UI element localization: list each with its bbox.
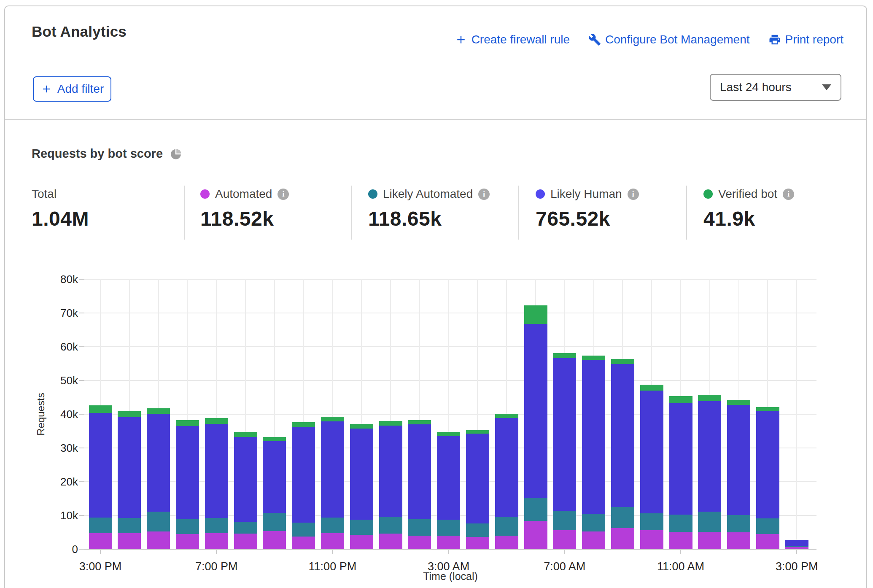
bar-segment-verified-bot[interactable] [118, 411, 141, 417]
bar-segment-verified-bot[interactable] [437, 432, 460, 436]
bar-segment-verified-bot[interactable] [524, 305, 547, 324]
bar-segment-likely-human[interactable] [147, 414, 170, 512]
bar-6-00-am[interactable] [524, 305, 547, 549]
bar-11-00-am[interactable] [669, 396, 692, 549]
bar-7-00-am[interactable] [553, 353, 576, 549]
bar-segment-automated[interactable] [263, 531, 286, 549]
bar-segment-likely-human[interactable] [379, 426, 402, 517]
bar-segment-verified-bot[interactable] [553, 353, 576, 358]
time-range-dropdown[interactable]: Last 24 hours [710, 74, 841, 101]
bar-segment-likely-automated[interactable] [640, 513, 663, 530]
bar-segment-likely-automated[interactable] [379, 517, 402, 534]
bar-segment-likely-human[interactable] [785, 540, 808, 546]
bar-segment-verified-bot[interactable] [292, 422, 315, 427]
info-icon[interactable]: i [478, 189, 490, 200]
bar-segment-likely-automated[interactable] [205, 518, 228, 533]
bar-segment-verified-bot[interactable] [466, 430, 489, 434]
action-link-print-report[interactable]: Print report [768, 33, 844, 46]
bar-segment-likely-human[interactable] [698, 401, 721, 512]
bar-segment-verified-bot[interactable] [698, 395, 721, 401]
bar-segment-automated[interactable] [350, 535, 373, 549]
bar-3-00-am[interactable] [437, 432, 460, 549]
bar-segment-likely-automated[interactable] [727, 515, 750, 532]
bar-segment-verified-bot[interactable] [176, 420, 199, 426]
bar-5-00-am[interactable] [495, 414, 518, 549]
bar-segment-verified-bot[interactable] [263, 437, 286, 441]
bar-segment-likely-automated[interactable] [263, 513, 286, 531]
bar-segment-automated[interactable] [611, 528, 634, 549]
bar-segment-automated[interactable] [234, 534, 257, 549]
bar-segment-likely-automated[interactable] [611, 507, 634, 528]
bar-segment-likely-human[interactable] [118, 417, 141, 518]
info-icon[interactable]: i [783, 189, 794, 200]
bar-segment-verified-bot[interactable] [350, 424, 373, 428]
bar-segment-verified-bot[interactable] [408, 420, 431, 424]
bar-segment-verified-bot[interactable] [756, 407, 779, 411]
bar-10-00-am[interactable] [640, 385, 663, 549]
bar-segment-likely-automated[interactable] [234, 522, 257, 534]
bar-segment-verified-bot[interactable] [89, 405, 112, 413]
bar-segment-likely-automated[interactable] [466, 523, 489, 537]
bar-1-00-pm[interactable] [727, 400, 750, 549]
info-icon[interactable]: i [628, 189, 639, 200]
bar-4-00-pm[interactable] [118, 411, 141, 549]
bar-6-00-pm[interactable] [176, 420, 199, 549]
bar-segment-likely-automated[interactable] [89, 518, 112, 533]
bar-segment-verified-bot[interactable] [640, 385, 663, 391]
bar-segment-likely-human[interactable] [640, 391, 663, 513]
bar-8-00-pm[interactable] [234, 432, 257, 549]
bar-segment-likely-automated[interactable] [118, 518, 141, 533]
bar-12-00-pm[interactable] [698, 395, 721, 549]
bar-segment-likely-human[interactable] [553, 358, 576, 511]
bar-segment-verified-bot[interactable] [147, 408, 170, 414]
bar-segment-verified-bot[interactable] [379, 421, 402, 426]
bar-segment-likely-human[interactable] [727, 405, 750, 515]
bar-1-00-am[interactable] [379, 421, 402, 549]
bar-3-00-pm[interactable] [89, 405, 112, 549]
bar-segment-automated[interactable] [321, 533, 344, 549]
bar-segment-automated[interactable] [698, 532, 721, 549]
bar-segment-likely-human[interactable] [495, 418, 518, 517]
bar-segment-automated[interactable] [147, 531, 170, 549]
bar-segment-automated[interactable] [727, 532, 750, 549]
bar-segment-automated[interactable] [785, 547, 808, 549]
bar-7-00-pm[interactable] [205, 418, 228, 549]
bar-segment-likely-human[interactable] [582, 360, 605, 514]
bar-segment-automated[interactable] [379, 534, 402, 549]
bar-segment-likely-human[interactable] [263, 441, 286, 513]
bar-segment-likely-human[interactable] [176, 426, 199, 519]
bar-segment-likely-automated[interactable] [553, 511, 576, 530]
bar-segment-likely-automated[interactable] [176, 519, 199, 534]
bar-segment-verified-bot[interactable] [669, 396, 692, 404]
bar-segment-automated[interactable] [408, 536, 431, 549]
bar-segment-likely-automated[interactable] [495, 517, 518, 536]
bar-segment-verified-bot[interactable] [582, 356, 605, 360]
bar-segment-verified-bot[interactable] [611, 359, 634, 364]
bar-segment-likely-human[interactable] [234, 437, 257, 522]
bar-segment-likely-human[interactable] [89, 413, 112, 518]
bar-segment-automated[interactable] [669, 532, 692, 549]
bar-segment-likely-automated[interactable] [785, 546, 808, 547]
add-filter-button[interactable]: Add filter [33, 76, 111, 102]
bar-segment-automated[interactable] [118, 533, 141, 549]
bar-9-00-pm[interactable] [263, 437, 286, 549]
bar-3-00-pm[interactable] [785, 540, 808, 549]
info-icon[interactable]: i [278, 189, 289, 200]
bar-segment-likely-human[interactable] [292, 427, 315, 523]
bar-segment-likely-human[interactable] [321, 421, 344, 518]
bar-segment-likely-human[interactable] [466, 434, 489, 523]
bar-segment-likely-automated[interactable] [756, 518, 779, 534]
bar-segment-automated[interactable] [437, 536, 460, 549]
bar-segment-likely-automated[interactable] [524, 498, 547, 521]
bar-segment-likely-automated[interactable] [321, 518, 344, 533]
bar-segment-likely-automated[interactable] [698, 512, 721, 532]
bar-segment-likely-human[interactable] [205, 424, 228, 518]
bar-8-00-am[interactable] [582, 356, 605, 549]
bar-2-00-am[interactable] [408, 420, 431, 549]
bar-segment-automated[interactable] [495, 536, 518, 549]
bar-segment-likely-automated[interactable] [350, 520, 373, 534]
bar-segment-verified-bot[interactable] [321, 417, 344, 421]
bar-segment-automated[interactable] [292, 537, 315, 549]
bar-5-00-pm[interactable] [147, 408, 170, 549]
bar-segment-automated[interactable] [205, 533, 228, 549]
